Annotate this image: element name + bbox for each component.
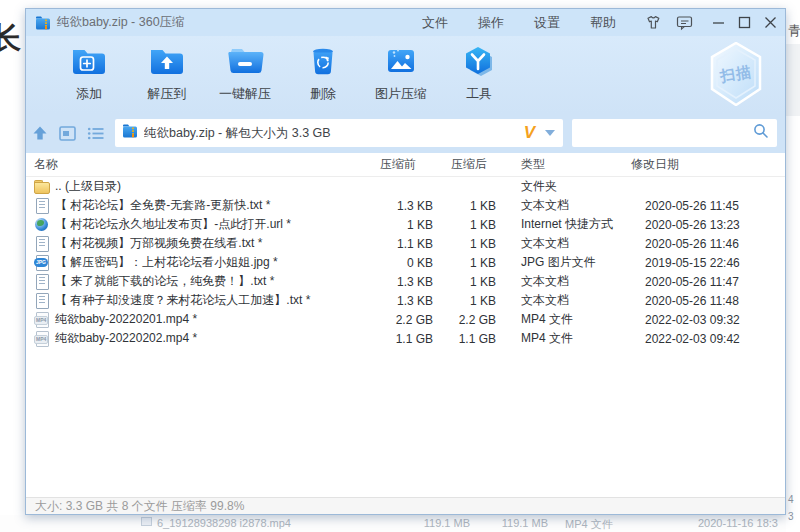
menu-operation[interactable]: 操作 [478, 14, 504, 32]
file-row[interactable]: 【 村花论坛】全免费-无套路-更新快.txt * 1.3 KB 1 KB 文本文… [26, 196, 785, 215]
one-click-extract-label: 一键解压 [219, 85, 271, 103]
file-name: 【 解压密码】：上村花论坛看小姐姐.jpg * [55, 254, 278, 271]
one-click-extract-icon [226, 44, 264, 81]
background-file-date: 2020-11-16 18:3 [698, 517, 778, 529]
file-date: 2020-05-26 13:23 [621, 218, 785, 232]
scan-badge-button[interactable]: 扫描 [709, 42, 763, 106]
file-row[interactable]: 纯欲baby-20220202.mp4 * 1.1 GB 1.1 GB MP4 … [26, 329, 785, 348]
background-right-number-bottom: 3 [788, 511, 794, 522]
add-button[interactable]: 添加 [56, 44, 122, 103]
file-size-before: 1 KB [368, 218, 433, 232]
file-size-before: 0 KB [368, 256, 433, 270]
v-logo: V [524, 123, 535, 143]
file-type: 文本文档 [496, 273, 621, 290]
status-text: 大小: 3.3 GB 共 8 个文件 压缩率 99.8% [35, 498, 244, 515]
maximize-button[interactable] [738, 16, 751, 29]
up-directory-icon[interactable] [32, 125, 48, 141]
delete-trash-icon [304, 44, 342, 81]
file-name: 【 村花视频】万部视频免费在线看.txt * [55, 235, 262, 252]
file-type-icon [34, 293, 49, 308]
file-type-icon [34, 255, 49, 270]
column-header-date[interactable]: 修改日期 [621, 156, 785, 173]
file-row[interactable]: 【 有种子却没速度？来村花论坛人工加速】.txt * 1.3 KB 1 KB 文… [26, 291, 785, 310]
file-date: 2022-02-03 09:32 [621, 313, 785, 327]
file-date: 2020-05-26 11:48 [621, 294, 785, 308]
file-size-before: 2.2 GB [368, 313, 433, 327]
skin-shirt-icon[interactable] [642, 14, 661, 31]
file-type: 文本文档 [496, 197, 621, 214]
file-name: 【 村花论坛永久地址发布页】-点此打开.url * [55, 216, 291, 233]
file-date: 2019-05-15 22:46 [621, 256, 785, 270]
close-button[interactable] [764, 16, 777, 29]
list-empty-area [26, 348, 785, 497]
file-size-after: 1 KB [433, 237, 496, 251]
list-view-icon[interactable] [87, 126, 104, 141]
360zip-window: 纯欲baby.zip - 360压缩 文件 操作 设置 帮助 [25, 8, 786, 515]
tools-hexagon-icon [460, 44, 498, 81]
file-row[interactable]: 纯欲baby-20220201.mp4 * 2.2 GB 2.2 GB MP4 … [26, 310, 785, 329]
background-file-size-before: 119.1 MB [408, 517, 470, 529]
file-row[interactable]: 【 村花论坛永久地址发布页】-点此打开.url * 1 KB 1 KB Inte… [26, 215, 785, 234]
file-name: 【 来了就能下载的论坛，纯免费！】.txt * [55, 273, 274, 290]
column-headers: 名称 压缩前 压缩后 类型 修改日期 [26, 153, 785, 177]
file-date: 2022-02-03 09:42 [621, 332, 785, 346]
titlebar: 纯欲baby.zip - 360压缩 文件 操作 设置 帮助 [26, 9, 785, 36]
file-size-after: 1 KB [433, 294, 496, 308]
search-input[interactable] [580, 126, 753, 140]
delete-label: 删除 [310, 85, 336, 103]
column-header-size-after[interactable]: 压缩后 [433, 156, 496, 173]
feedback-icon[interactable] [675, 14, 694, 31]
file-size-after: 1.1 GB [433, 332, 496, 346]
address-text: 纯欲baby.zip - 解包大小为 3.3 GB [144, 125, 524, 142]
menu-file[interactable]: 文件 [422, 14, 448, 32]
background-window-left-fragment: 长 [0, 18, 21, 59]
tools-button[interactable]: 工具 [446, 44, 512, 103]
image-compress-button[interactable]: 图片压缩 [368, 44, 434, 103]
image-compress-icon [382, 44, 420, 81]
file-row[interactable]: 【 来了就能下载的论坛，纯免费！】.txt * 1.3 KB 1 KB 文本文档… [26, 272, 785, 291]
file-name: 纯欲baby-20220201.mp4 * [55, 311, 197, 328]
file-list: .. (上级目录) 文件夹 【 村花论坛】全免费-无套路-更新快.txt * 1… [26, 177, 785, 348]
one-click-extract-button[interactable]: 一键解压 [212, 44, 278, 103]
background-file-icon [141, 517, 152, 526]
file-size-after: 1 KB [433, 275, 496, 289]
status-bar: 大小: 3.3 GB 共 8 个文件 压缩率 99.8% [26, 497, 785, 514]
extract-to-button[interactable]: 解压到 [134, 44, 200, 103]
file-row[interactable]: 【 村花视频】万部视频免费在线看.txt * 1.1 KB 1 KB 文本文档 … [26, 234, 785, 253]
file-type-icon [34, 217, 49, 232]
menu-help[interactable]: 帮助 [590, 14, 616, 32]
delete-button[interactable]: 删除 [290, 44, 356, 103]
background-file-size-after: 119.1 MB [486, 517, 548, 529]
background-window-right-strip: 青 4 3 [786, 0, 800, 532]
background-file-type: MP4 文件 [565, 517, 613, 532]
file-date: 2020-05-26 11:47 [621, 275, 785, 289]
file-row[interactable]: .. (上级目录) 文件夹 [26, 177, 785, 196]
address-bar[interactable]: 纯欲baby.zip - 解包大小为 3.3 GB V [115, 119, 563, 147]
file-size-before: 1.3 KB [368, 294, 433, 308]
file-size-after: 2.2 GB [433, 313, 496, 327]
file-name: .. (上级目录) [55, 178, 121, 195]
file-type: MP4 文件 [496, 330, 621, 347]
column-header-size-before[interactable]: 压缩前 [368, 156, 433, 173]
background-file-row: 6_19128938298 i2878.mp4 119.1 MB 119.1 M… [0, 515, 800, 532]
file-row[interactable]: 【 解压密码】：上村花论坛看小姐姐.jpg * 0 KB 1 KB JPG 图片… [26, 253, 785, 272]
file-type: 文件夹 [496, 178, 621, 195]
search-icon[interactable] [753, 123, 769, 143]
extract-to-icon [148, 44, 186, 81]
file-name: 纯欲baby-20220202.mp4 * [55, 330, 197, 347]
address-dropdown-caret-icon[interactable] [545, 130, 555, 136]
file-type: JPG 图片文件 [496, 254, 621, 271]
minimize-button[interactable] [712, 16, 725, 29]
file-size-before: 1.1 GB [368, 332, 433, 346]
zip-archive-icon-small [122, 123, 138, 143]
file-size-after: 1 KB [433, 218, 496, 232]
file-type-icon [34, 312, 49, 327]
file-date: 2020-05-26 11:46 [621, 237, 785, 251]
column-header-name[interactable]: 名称 [26, 156, 368, 173]
file-size-before: 1.3 KB [368, 275, 433, 289]
preview-pane-icon[interactable] [59, 126, 76, 141]
file-type: Internet 快捷方式 [496, 216, 621, 233]
window-title: 纯欲baby.zip - 360压缩 [57, 14, 185, 31]
column-header-type[interactable]: 类型 [496, 156, 621, 173]
menu-settings[interactable]: 设置 [534, 14, 560, 32]
